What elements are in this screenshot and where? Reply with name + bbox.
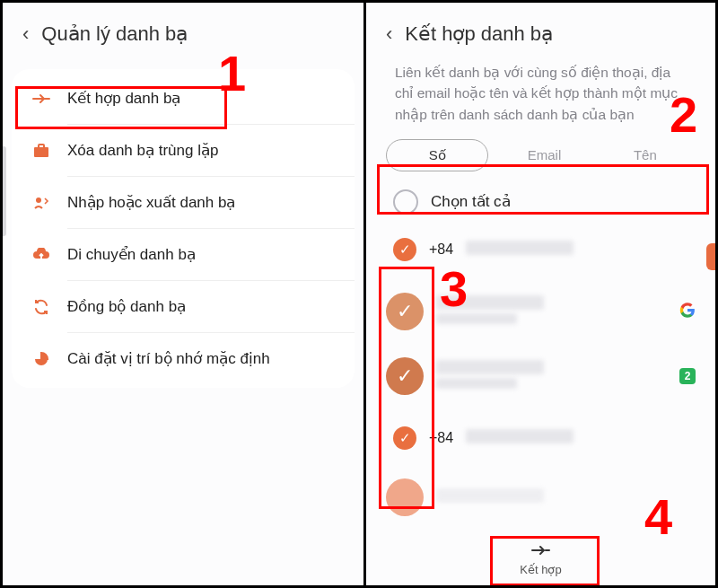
row-checkbox-checked[interactable]: [386, 478, 424, 516]
menu-import-export[interactable]: Nhập hoặc xuất danh bạ: [12, 177, 355, 228]
contact-row[interactable]: [366, 468, 715, 527]
menu-sync-contacts[interactable]: Đồng bộ danh bạ: [12, 281, 355, 332]
back-icon[interactable]: ‹: [386, 22, 392, 46]
phone-prefix: +84: [429, 430, 453, 446]
left-panel: ‹ Quản lý danh bạ Kết hợp danh bạ Xóa da…: [3, 3, 366, 585]
google-icon: [679, 302, 696, 320]
header-right: ‹ Kết hợp danh bạ: [366, 3, 715, 57]
contacts-list: ✓ +84 ✓ ✓ 2: [366, 220, 715, 527]
tab-email[interactable]: Email: [494, 140, 594, 170]
header-left: ‹ Quản lý danh bạ: [3, 3, 363, 57]
transfer-icon: [31, 196, 51, 210]
blurred-text: [466, 429, 574, 443]
row-checkbox-checked[interactable]: ✓: [386, 293, 424, 330]
menu-delete-duplicates[interactable]: Xóa danh bạ trùng lặp: [12, 125, 355, 176]
sim2-badge: 2: [679, 368, 696, 384]
menu-item-label: Nhập hoặc xuất danh bạ: [67, 193, 235, 212]
blurred-text: [436, 295, 544, 310]
svg-point-2: [36, 197, 41, 203]
cloud-up-icon: [31, 248, 51, 262]
blurred-text: [436, 488, 544, 503]
blurred-text: [466, 241, 574, 255]
merge-action-button[interactable]: Kết hợp: [366, 531, 715, 585]
menu-merge-contacts[interactable]: Kết hợp danh bạ: [12, 73, 355, 124]
menu-item-label: Kết hợp danh bạ: [67, 89, 180, 108]
row-checkbox-checked[interactable]: ✓: [386, 357, 424, 395]
back-icon[interactable]: ‹: [22, 22, 29, 46]
menu-item-label: Đồng bộ danh bạ: [67, 297, 186, 316]
tab-name[interactable]: Tên: [595, 140, 696, 170]
merge-icon: [531, 540, 551, 561]
menu-item-label: Xóa danh bạ trùng lặp: [67, 141, 218, 160]
briefcase-icon: [31, 144, 51, 158]
page-title-left: Quản lý danh bạ: [41, 22, 188, 46]
blurred-text: [436, 360, 544, 374]
menu-move-contacts[interactable]: Di chuyển danh bạ: [12, 229, 355, 280]
contact-row[interactable]: ✓: [366, 279, 715, 344]
merge-icon: [31, 92, 51, 105]
contact-row[interactable]: ✓ 2: [366, 344, 715, 408]
select-all-checkbox[interactable]: [393, 189, 418, 215]
action-label: Kết hợp: [520, 563, 561, 576]
svg-rect-1: [39, 145, 44, 148]
contact-row[interactable]: ✓ +84: [366, 220, 715, 279]
menu-item-label: Cài đặt vị trí bộ nhớ mặc định: [67, 349, 270, 368]
page-title-right: Kết hợp danh bạ: [405, 22, 553, 46]
row-checkbox-checked[interactable]: ✓: [393, 238, 416, 261]
pie-icon: [31, 351, 51, 367]
tab-number[interactable]: Số: [386, 139, 488, 171]
filter-tabs: Số Email Tên: [366, 132, 715, 180]
blurred-text: [436, 378, 517, 389]
row-checkbox-checked[interactable]: ✓: [393, 426, 416, 450]
blurred-text: [436, 313, 517, 324]
contact-row[interactable]: ✓ +84: [366, 408, 715, 468]
sync-icon: [31, 299, 51, 315]
menu-default-storage[interactable]: Cài đặt vị trí bộ nhớ mặc định: [12, 333, 355, 384]
phone-prefix: +84: [429, 241, 453, 258]
scroll-indicator-left: [3, 146, 6, 236]
select-all-row[interactable]: Chọn tất cả: [366, 180, 715, 218]
menu-card: Kết hợp danh bạ Xóa danh bạ trùng lặp Nh…: [12, 69, 355, 388]
menu-item-label: Di chuyển danh bạ: [67, 245, 196, 264]
select-all-label: Chọn tất cả: [431, 192, 511, 211]
right-panel: ‹ Kết hợp danh bạ Liên kết danh bạ với c…: [366, 3, 715, 585]
description-text: Liên kết danh bạ với cùng số điện thoại,…: [366, 62, 715, 132]
